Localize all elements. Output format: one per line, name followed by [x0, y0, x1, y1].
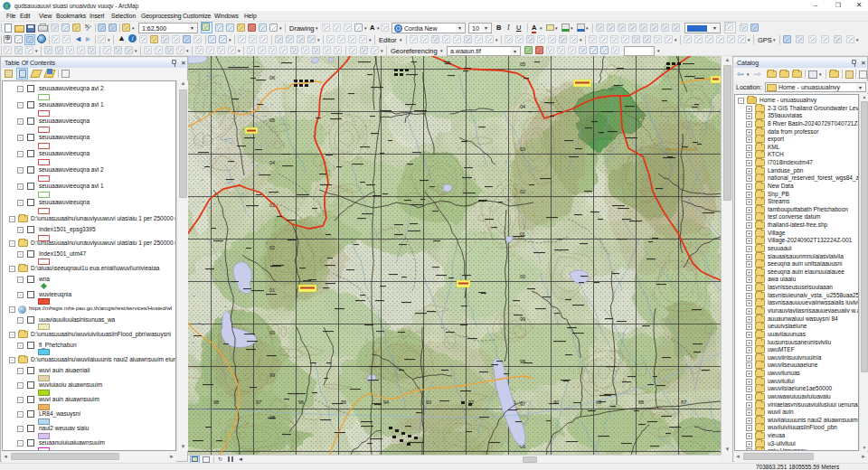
svg-text:00: 00	[269, 330, 275, 335]
svg-text:05: 05	[520, 61, 525, 67]
svg-text:01: 01	[269, 287, 275, 293]
svg-text:97: 97	[256, 400, 261, 405]
svg-text:06: 06	[269, 75, 275, 80]
svg-text:00: 00	[520, 274, 525, 279]
svg-text:94: 94	[383, 400, 389, 405]
svg-text:93: 93	[426, 400, 431, 405]
svg-text:02: 02	[520, 189, 525, 194]
svg-text:weesnwssuni: weesnwssuni	[665, 146, 698, 152]
svg-text:04: 04	[269, 160, 275, 165]
svg-text:02: 02	[269, 245, 275, 250]
svg-text:96: 96	[298, 400, 304, 405]
svg-text:04: 04	[520, 104, 525, 109]
svg-text:88: 88	[638, 400, 644, 405]
svg-text:99: 99	[269, 372, 275, 378]
svg-text:03: 03	[520, 146, 525, 152]
svg-text:99: 99	[520, 316, 525, 322]
svg-text:98: 98	[213, 400, 219, 405]
svg-text:87: 87	[681, 400, 686, 405]
svg-text:05: 05	[269, 118, 275, 123]
